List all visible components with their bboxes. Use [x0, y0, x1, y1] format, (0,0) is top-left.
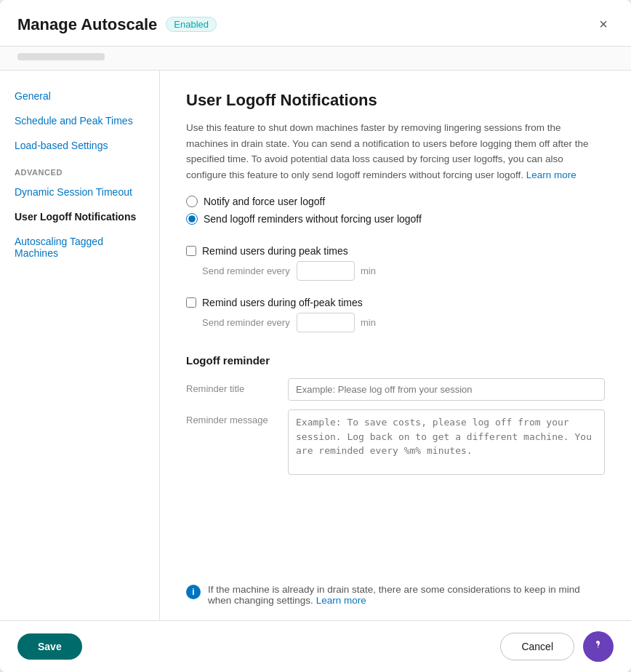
sidebar-item-dynamic-session-timeout[interactable]: Dynamic Session Timeout	[0, 180, 159, 204]
reminder-message-textarea[interactable]	[288, 409, 605, 475]
save-button[interactable]: Save	[17, 633, 82, 660]
radio-send-reminders-input[interactable]	[186, 213, 198, 225]
peak-times-checkbox-label[interactable]: Remind users during peak times	[186, 245, 605, 257]
off-peak-reminder-input[interactable]	[297, 313, 355, 332]
reminder-message-row: Reminder message	[186, 409, 605, 475]
peak-reminder-unit: min	[361, 265, 376, 276]
off-peak-times-section: Remind users during off-peak times Send …	[186, 297, 605, 335]
peak-times-checkbox[interactable]	[186, 246, 196, 256]
reminder-message-label: Reminder message	[186, 409, 288, 425]
svg-rect-0	[598, 647, 599, 648]
help-fab-button[interactable]	[583, 631, 614, 662]
modal-title: Manage Autoscale	[17, 15, 157, 34]
sidebar-item-autoscaling-tagged-machines[interactable]: Autoscaling Tagged Machines	[0, 229, 159, 265]
off-peak-reminder-row: Send reminder every min	[202, 313, 605, 332]
radio-notify-force-input[interactable]	[186, 196, 198, 207]
enabled-badge: Enabled	[166, 17, 217, 32]
sidebar: General Schedule and Peak Times Load-bas…	[0, 71, 160, 620]
reminder-title-row: Reminder title	[186, 378, 605, 401]
modal-body: General Schedule and Peak Times Load-bas…	[0, 71, 631, 620]
sidebar-item-user-logoff-notifications[interactable]: User Logoff Notifications	[0, 204, 159, 229]
info-paragraph: Use this feature to shut down machines f…	[186, 120, 605, 183]
help-fab-icon	[590, 637, 606, 657]
reminder-title-label: Reminder title	[186, 378, 288, 394]
modal-header: Manage Autoscale Enabled ×	[0, 0, 631, 47]
radio-send-reminders[interactable]: Send logoff reminders without forcing us…	[186, 213, 605, 225]
sidebar-item-schedule-peak-times[interactable]: Schedule and Peak Times	[0, 108, 159, 133]
peak-reminder-input[interactable]	[297, 261, 355, 281]
radio-notify-force[interactable]: Notify and force user logoff	[186, 196, 605, 207]
cancel-button[interactable]: Cancel	[500, 633, 574, 660]
page-title: User Logoff Notifications	[186, 91, 605, 110]
info-icon: i	[186, 585, 201, 599]
modal-footer: Save Cancel	[0, 620, 631, 672]
main-content: User Logoff Notifications Use this featu…	[160, 71, 631, 620]
peak-reminder-label: Send reminder every	[202, 265, 297, 276]
subtitle-bar	[0, 47, 631, 71]
close-button[interactable]: ×	[593, 13, 614, 36]
off-peak-reminder-label: Send reminder every	[202, 317, 297, 328]
off-peak-times-checkbox[interactable]	[186, 297, 196, 308]
bottom-info: i If the machine is already in drain sta…	[186, 569, 605, 606]
logoff-reminder-section: Logoff reminder Reminder title Reminder …	[186, 354, 605, 484]
peak-times-section: Remind users during peak times Send remi…	[186, 245, 605, 284]
sidebar-item-load-based-settings[interactable]: Load-based Settings	[0, 133, 159, 158]
manage-autoscale-modal: Manage Autoscale Enabled × General Sched…	[0, 0, 631, 672]
bottom-learn-more-link[interactable]: Learn more	[316, 595, 366, 606]
peak-times-reminder-row: Send reminder every min	[202, 261, 605, 281]
learn-more-link-1[interactable]: Learn more	[526, 169, 576, 180]
off-peak-times-checkbox-label[interactable]: Remind users during off-peak times	[186, 297, 605, 308]
reminder-title-input[interactable]	[288, 378, 605, 401]
logoff-reminder-title: Logoff reminder	[186, 354, 605, 367]
sidebar-item-general[interactable]: General	[0, 84, 159, 108]
advanced-section-label: ADVANCED	[0, 158, 159, 180]
radio-group: Notify and force user logoff Send logoff…	[186, 196, 605, 231]
off-peak-reminder-unit: min	[361, 317, 376, 328]
